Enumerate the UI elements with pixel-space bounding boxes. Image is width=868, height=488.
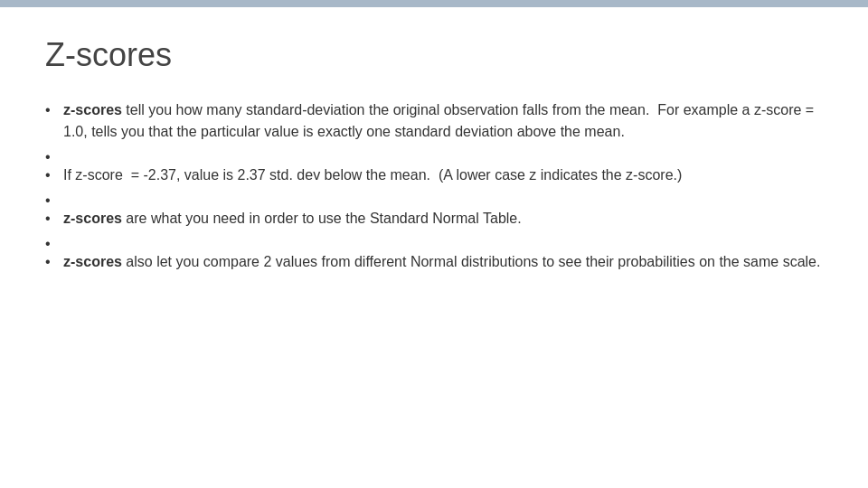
top-bar bbox=[0, 0, 868, 7]
bold-text: z-scores bbox=[63, 102, 122, 117]
page-title: Z-scores bbox=[45, 36, 823, 74]
list-item: z-scores are what you need in order to u… bbox=[45, 208, 823, 230]
list-item-empty bbox=[45, 233, 823, 246]
bold-text: z-scores bbox=[63, 254, 122, 269]
bold-text: z-scores bbox=[63, 211, 122, 226]
list-item-empty bbox=[45, 146, 823, 159]
bullet-list: z-scores tell you how many standard-devi… bbox=[45, 99, 823, 273]
list-item-empty bbox=[45, 190, 823, 202]
list-item: z-scores tell you how many standard-devi… bbox=[45, 99, 823, 143]
list-item: z-scores also let you compare 2 values f… bbox=[45, 251, 823, 273]
list-item: If z-score = -2.37, value is 2.37 std. d… bbox=[45, 164, 823, 186]
main-content: Z-scores z-scores tell you how many stan… bbox=[45, 27, 823, 470]
